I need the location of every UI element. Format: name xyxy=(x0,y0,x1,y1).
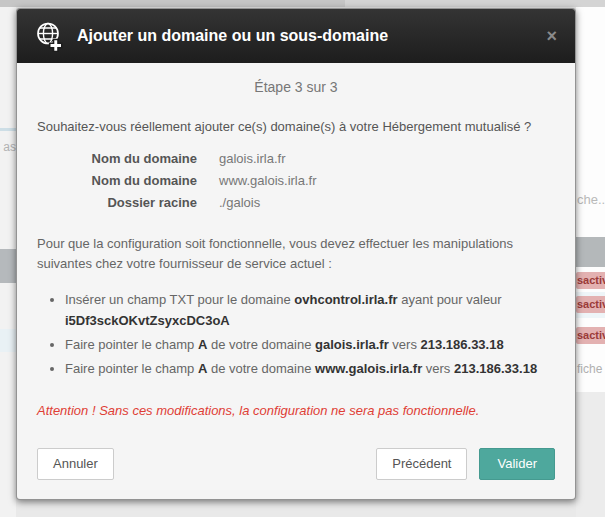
instruction-domain: www.galois.irla.fr xyxy=(315,361,422,376)
field-label: Dossier racine xyxy=(37,192,197,214)
instruction-record-type: A xyxy=(198,361,207,376)
field-root-folder: Dossier racine ./galois xyxy=(37,192,555,214)
instruction-txt-value: i5Df3sckOKvtZsyxcDC3oA xyxy=(65,313,230,328)
field-value: galois.irla.fr xyxy=(219,148,285,170)
instruction-text: ayant pour valeur xyxy=(398,292,502,307)
field-domain-1: Nom du domaine galois.irla.fr xyxy=(37,148,555,170)
status-badge: sactiv xyxy=(576,272,605,289)
background-table-header-fragment-right xyxy=(576,237,605,267)
dns-instructions-list: Insérer un champ TXT pour le domaine ovh… xyxy=(37,290,545,379)
instruction-text: de votre domaine xyxy=(207,337,315,352)
instruction-record-type: A xyxy=(198,337,207,352)
modal-title: Ajouter un domaine ou un sous-domaine xyxy=(77,27,544,45)
instruction-ip: 213.186.33.18 xyxy=(454,361,537,376)
list-item: Faire pointer le champ A de votre domain… xyxy=(65,335,545,356)
background-left-edge: s as xyxy=(0,7,16,517)
background-top-strip-right xyxy=(345,0,605,7)
field-value: www.galois.irla.fr xyxy=(219,170,317,192)
step-indicator: Étape 3 sur 3 xyxy=(37,79,555,95)
close-icon[interactable]: × xyxy=(544,27,559,45)
background-table-row-fragment-left xyxy=(0,329,16,352)
instructions-intro: Pour que la configuration soit fonctionn… xyxy=(37,234,542,274)
status-badge: sactiv xyxy=(576,327,605,344)
instruction-text: vers xyxy=(422,361,454,376)
confirmation-question: Souhaitez-vous réellement ajouter ce(s) … xyxy=(37,119,555,134)
list-item: Insérer un champ TXT pour le domaine ovh… xyxy=(65,290,545,332)
instruction-domain: ovhcontrol.irla.fr xyxy=(294,292,397,307)
instruction-domain: galois.irla.fr xyxy=(315,337,389,352)
background-right-edge: che... sactiv sactiv sactiv fiche xyxy=(576,7,605,517)
page: s as che... sactiv sactiv sactiv fiche xyxy=(0,0,605,517)
instruction-text: Faire pointer le champ xyxy=(65,337,198,352)
validate-button[interactable]: Valider xyxy=(479,448,555,480)
field-label: Nom du domaine xyxy=(37,170,197,192)
instruction-ip: 213.186.33.18 xyxy=(421,337,504,352)
background-text-fragment-left: s as xyxy=(0,140,16,154)
instruction-text: Insérer un champ TXT pour le domaine xyxy=(65,292,294,307)
instruction-text: Faire pointer le champ xyxy=(65,361,198,376)
warning-message: Attention ! Sans ces modifications, la c… xyxy=(37,403,555,418)
field-value: ./galois xyxy=(219,192,260,214)
instruction-text: de votre domaine xyxy=(207,361,315,376)
add-domain-modal: Ajouter un domaine ou un sous-domaine × … xyxy=(16,8,576,500)
background-pagination-fragment: fiche xyxy=(577,362,602,376)
summary-fields: Nom du domaine galois.irla.fr Nom du dom… xyxy=(37,148,555,214)
background-table-header-fragment-left xyxy=(0,249,16,283)
globe-add-icon xyxy=(33,20,65,52)
instruction-text: vers xyxy=(389,337,421,352)
previous-button[interactable]: Précédent xyxy=(376,448,467,480)
background-search-placeholder-fragment: che... xyxy=(577,192,605,207)
modal-footer: Annuler Précédent Valider xyxy=(37,448,555,480)
modal-header: Ajouter un domaine ou un sous-domaine × xyxy=(17,9,575,63)
field-domain-2: Nom du domaine www.galois.irla.fr xyxy=(37,170,555,192)
cancel-button[interactable]: Annuler xyxy=(37,448,114,480)
modal-body: Étape 3 sur 3 Souhaitez-vous réellement … xyxy=(17,79,575,480)
field-label: Nom du domaine xyxy=(37,148,197,170)
background-tab-underline xyxy=(0,128,16,131)
list-item: Faire pointer le champ A de votre domain… xyxy=(65,359,545,380)
status-badge: sactiv xyxy=(576,296,605,313)
